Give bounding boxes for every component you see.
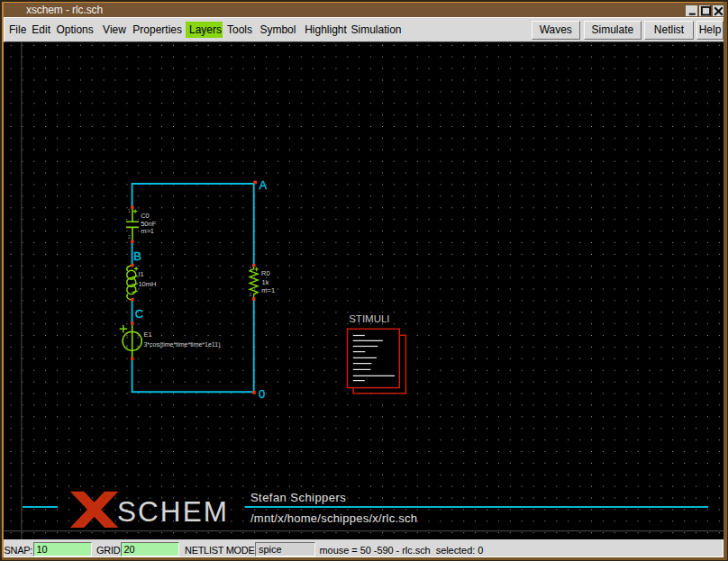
svg-text:0: 0 — [259, 387, 265, 401]
svg-text:m=1: m=1 — [261, 286, 275, 294]
svg-text:R0: R0 — [261, 269, 270, 277]
svg-text:I1: I1 — [138, 270, 143, 278]
svg-text:1: 1 — [250, 266, 252, 271]
svg-text:C: C — [135, 307, 143, 321]
svg-text:1k: 1k — [262, 278, 269, 286]
svg-text:2: 2 — [128, 234, 131, 240]
svg-text:10mH: 10mH — [138, 280, 156, 288]
svg-text:m=1: m=1 — [141, 227, 154, 235]
svg-text:/mnt/x/home/schippes/x/rlc.sch: /mnt/x/home/schippes/x/rlc.sch — [250, 511, 417, 525]
svg-text:B: B — [133, 249, 141, 263]
svg-text:STIMULI: STIMULI — [349, 313, 389, 324]
svg-text:3*cos(time*time*time*1e11): 3*cos(time*time*time*1e11) — [143, 341, 220, 348]
svg-text:Stefan Schippers: Stefan Schippers — [250, 491, 346, 504]
svg-text:A: A — [259, 178, 267, 192]
svg-text:E1: E1 — [143, 330, 151, 339]
svg-text:2: 2 — [250, 292, 252, 297]
svg-text:1: 1 — [128, 208, 131, 213]
svg-text:SCHEM: SCHEM — [117, 495, 229, 528]
